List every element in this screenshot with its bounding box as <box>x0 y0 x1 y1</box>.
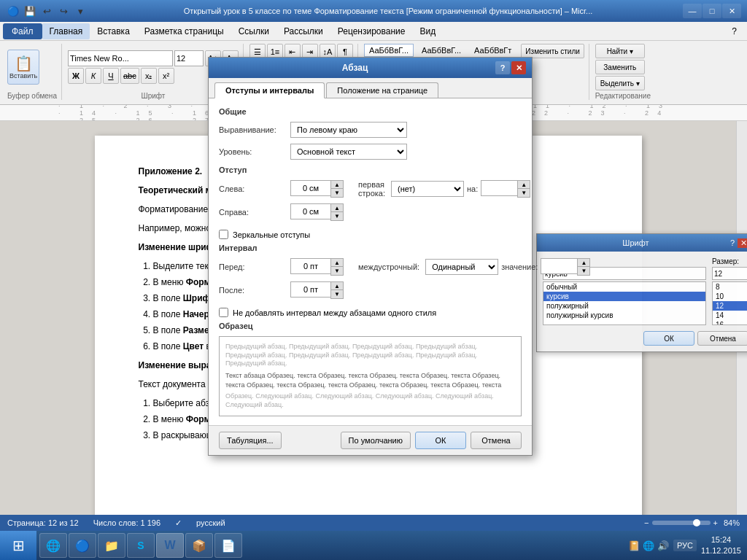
ok-btn[interactable]: ОК <box>415 432 466 449</box>
superscript-btn[interactable]: x² <box>158 68 174 84</box>
zoom-thumb[interactable] <box>693 519 700 526</box>
lang-info: русский <box>196 518 225 527</box>
first-line-select[interactable]: (нет) <box>391 181 464 197</box>
mirror-row: Зеркальные отступы <box>219 230 522 239</box>
taskbar-app-acrobat[interactable]: 📄 <box>214 533 242 558</box>
taskbar-app-explorer[interactable]: 🌐 <box>39 533 67 558</box>
size-12[interactable]: 12 <box>713 301 747 311</box>
strikethrough-btn[interactable]: abc <box>120 68 139 84</box>
maximize-btn[interactable]: □ <box>703 4 721 18</box>
select-btn[interactable]: Выделить ▾ <box>595 76 645 90</box>
after-down-btn[interactable]: ▼ <box>331 290 343 298</box>
value-up-btn[interactable]: ▲ <box>578 259 589 267</box>
style-heading1[interactable]: АаБбВвГ... <box>417 44 466 57</box>
close-btn[interactable]: ✕ <box>722 4 741 18</box>
level-select[interactable]: Основной текст <box>290 144 407 160</box>
italic-btn[interactable]: К <box>85 68 101 84</box>
menu-refs[interactable]: Ссылки <box>231 23 276 39</box>
menu-review[interactable]: Рецензирование <box>330 23 413 39</box>
na-down-btn[interactable]: ▼ <box>518 189 530 197</box>
before-up-btn[interactable]: ▲ <box>331 259 343 267</box>
font-help-btn[interactable]: ? <box>730 238 735 247</box>
onenote-icon[interactable]: 📔 <box>628 540 640 551</box>
linespacing-select[interactable]: Одинарный <box>425 259 498 275</box>
dialog-close-btn[interactable]: ✕ <box>511 61 526 74</box>
menu-insert[interactable]: Вставка <box>90 23 137 39</box>
tab-page-position[interactable]: Положение на странице <box>326 82 438 98</box>
before-down-btn[interactable]: ▼ <box>331 267 343 275</box>
no-space-checkbox[interactable] <box>219 308 228 317</box>
spacing-group: Перед: ▲ ▼ После: ▲ <box>219 258 344 305</box>
size-16[interactable]: 16 <box>713 320 747 325</box>
start-button[interactable]: ⊞ <box>0 531 36 560</box>
left-down-btn[interactable]: ▼ <box>331 189 343 197</box>
network-icon[interactable]: 🌐 <box>643 540 654 551</box>
qat-more-btn[interactable]: ▾ <box>73 4 88 18</box>
menu-view[interactable]: Вид <box>412 23 443 39</box>
size-14[interactable]: 14 <box>713 311 747 320</box>
taskbar-app-skype[interactable]: S <box>127 533 155 558</box>
taskbar-app-chrome[interactable]: 🔵 <box>69 533 96 558</box>
font-name-input[interactable] <box>68 50 173 66</box>
subscript-btn[interactable]: x₂ <box>141 68 157 84</box>
taskbar-app-folder[interactable]: 📁 <box>98 533 125 558</box>
size-input[interactable] <box>712 267 747 280</box>
style-normal[interactable]: АаБбВвГ... <box>364 44 414 57</box>
underline-btn[interactable]: Ч <box>103 68 119 84</box>
taskbar-app-word[interactable]: W <box>156 533 184 558</box>
zoom-minus-btn[interactable]: − <box>644 518 649 527</box>
tabulation-btn[interactable]: Табуляция... <box>219 432 282 449</box>
size-8[interactable]: 8 <box>713 282 747 292</box>
font-ok-btn[interactable]: ОК <box>643 331 694 346</box>
left-up-btn[interactable]: ▲ <box>331 181 343 189</box>
menu-page-layout[interactable]: Разметка страницы <box>137 23 231 39</box>
paste-button[interactable]: 📋 Вставить <box>7 50 39 85</box>
na-up-btn[interactable]: ▲ <box>518 181 530 189</box>
cancel-btn[interactable]: Отмена <box>471 432 522 449</box>
taskbar-apps: 🌐 🔵 📁 S W 📦 📄 <box>36 533 622 558</box>
change-styles-btn[interactable]: Изменить стили <box>521 44 584 58</box>
size-10[interactable]: 10 <box>713 292 747 301</box>
after-value[interactable] <box>290 281 330 298</box>
tab-indent-interval[interactable]: Отступы и интервалы <box>214 82 325 98</box>
menu-home[interactable]: Главная <box>42 23 90 39</box>
speaker-icon[interactable]: 🔊 <box>657 540 669 551</box>
find-btn[interactable]: Найти ▾ <box>595 44 645 58</box>
na-value[interactable] <box>481 180 517 196</box>
right-up-btn[interactable]: ▲ <box>331 204 343 212</box>
size-list[interactable]: 8 10 12 14 16 <box>712 281 747 325</box>
align-select[interactable]: По левому краю <box>290 122 407 138</box>
redo-qat-btn[interactable]: ↪ <box>56 4 71 18</box>
paste-label: Вставить <box>9 72 37 79</box>
menu-mailings[interactable]: Рассылки <box>276 23 330 39</box>
align-select-container: По левому краю <box>290 122 407 138</box>
style-heading2[interactable]: АаБбВвГт <box>469 44 516 57</box>
font-close-btn[interactable]: ✕ <box>738 238 747 248</box>
value-field[interactable] <box>541 258 577 274</box>
mirror-checkbox[interactable] <box>219 230 228 239</box>
menu-file[interactable]: Файл <box>3 23 42 39</box>
na-spin-btns: ▲ ▼ <box>517 180 530 198</box>
minimize-btn[interactable]: — <box>683 4 702 18</box>
save-qat-btn[interactable]: 💾 <box>23 4 37 18</box>
default-btn[interactable]: По умолчанию <box>341 432 411 449</box>
font-cancel-btn[interactable]: Отмена <box>697 331 747 346</box>
na-spin: ▲ ▼ <box>481 180 530 198</box>
style-item-bolditalic[interactable]: полужирный курсив <box>543 311 705 320</box>
bold-btn[interactable]: Ж <box>68 68 84 84</box>
font-size-input[interactable] <box>174 50 204 66</box>
taskbar-app-winrar[interactable]: 📦 <box>185 533 213 558</box>
lang-badge[interactable]: РУС <box>673 540 697 551</box>
undo-qat-btn[interactable]: ↩ <box>39 4 54 18</box>
zoom-plus-btn[interactable]: + <box>713 518 718 527</box>
after-up-btn[interactable]: ▲ <box>331 282 343 290</box>
left-value[interactable] <box>290 180 330 196</box>
before-value[interactable] <box>290 258 330 274</box>
value-down-btn[interactable]: ▼ <box>578 267 589 275</box>
right-down-btn[interactable]: ▼ <box>331 212 343 220</box>
zoom-slider[interactable] <box>652 521 711 525</box>
replace-btn[interactable]: Заменить <box>595 60 645 74</box>
dialog-help-btn[interactable]: ? <box>495 61 510 74</box>
right-value[interactable] <box>290 203 330 219</box>
menu-help[interactable]: ? <box>724 23 744 39</box>
